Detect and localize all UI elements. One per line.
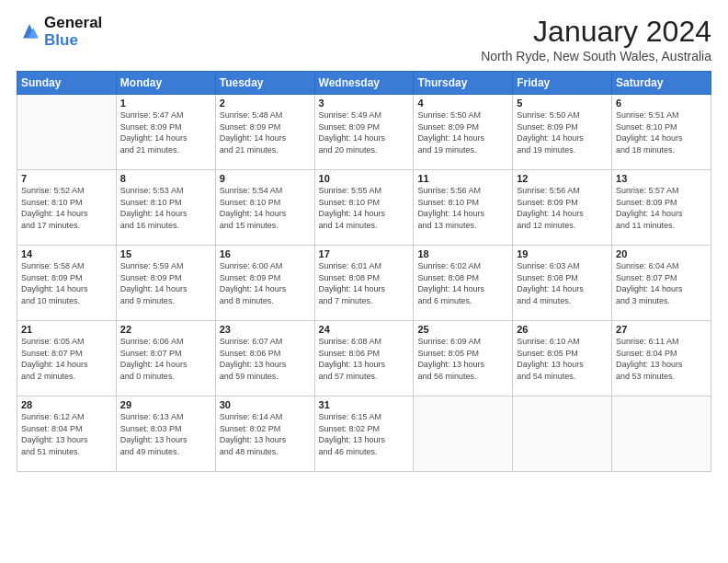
day-number: 13 — [616, 173, 707, 184]
day-number: 9 — [220, 173, 311, 184]
day-info: Sunrise: 6:04 AM Sunset: 8:07 PM Dayligh… — [616, 260, 707, 306]
day-info: Sunrise: 5:54 AM Sunset: 8:10 PM Dayligh… — [220, 185, 311, 231]
day-cell: 17Sunrise: 6:01 AM Sunset: 8:08 PM Dayli… — [314, 246, 414, 321]
day-cell: 30Sunrise: 6:14 AM Sunset: 8:02 PM Dayli… — [215, 396, 314, 472]
location: North Ryde, New South Wales, Australia — [481, 49, 711, 63]
day-number: 23 — [220, 324, 311, 335]
day-cell: 2Sunrise: 5:48 AM Sunset: 8:09 PM Daylig… — [215, 95, 314, 170]
day-info: Sunrise: 5:56 AM Sunset: 8:10 PM Dayligh… — [417, 185, 508, 231]
day-cell: 3Sunrise: 5:49 AM Sunset: 8:09 PM Daylig… — [314, 95, 414, 170]
day-cell: 26Sunrise: 6:10 AM Sunset: 8:05 PM Dayli… — [513, 321, 612, 396]
week-row-5: 28Sunrise: 6:12 AM Sunset: 8:04 PM Dayli… — [17, 396, 711, 472]
calendar-table: SundayMondayTuesdayWednesdayThursdayFrid… — [17, 71, 711, 472]
day-info: Sunrise: 6:10 AM Sunset: 8:05 PM Dayligh… — [517, 336, 608, 382]
day-cell — [612, 396, 711, 472]
header-cell-saturday: Saturday — [612, 72, 711, 95]
day-cell: 7Sunrise: 5:52 AM Sunset: 8:10 PM Daylig… — [17, 170, 117, 246]
day-cell: 20Sunrise: 6:04 AM Sunset: 8:07 PM Dayli… — [612, 246, 711, 321]
day-number: 10 — [319, 173, 410, 184]
day-cell: 19Sunrise: 6:03 AM Sunset: 8:08 PM Dayli… — [513, 246, 612, 321]
day-info: Sunrise: 5:58 AM Sunset: 8:09 PM Dayligh… — [21, 260, 112, 306]
day-cell: 22Sunrise: 6:06 AM Sunset: 8:07 PM Dayli… — [116, 321, 215, 396]
header-row: SundayMondayTuesdayWednesdayThursdayFrid… — [17, 72, 711, 95]
day-info: Sunrise: 6:12 AM Sunset: 8:04 PM Dayligh… — [21, 411, 112, 457]
header-cell-thursday: Thursday — [414, 72, 513, 95]
day-number: 8 — [120, 173, 211, 184]
day-cell: 21Sunrise: 6:05 AM Sunset: 8:07 PM Dayli… — [17, 321, 117, 396]
day-cell: 31Sunrise: 6:15 AM Sunset: 8:02 PM Dayli… — [314, 396, 414, 472]
day-number: 2 — [220, 98, 311, 109]
logo-blue: Blue — [44, 32, 102, 50]
day-number: 24 — [319, 324, 410, 335]
day-cell: 23Sunrise: 6:07 AM Sunset: 8:06 PM Dayli… — [215, 321, 314, 396]
day-cell: 6Sunrise: 5:51 AM Sunset: 8:10 PM Daylig… — [612, 95, 711, 170]
header-cell-monday: Monday — [116, 72, 215, 95]
logo-icon — [17, 17, 42, 43]
day-info: Sunrise: 6:02 AM Sunset: 8:08 PM Dayligh… — [417, 260, 508, 306]
day-info: Sunrise: 5:47 AM Sunset: 8:09 PM Dayligh… — [120, 109, 211, 155]
week-row-1: 1Sunrise: 5:47 AM Sunset: 8:09 PM Daylig… — [17, 95, 711, 170]
logo: General Blue — [17, 15, 102, 49]
day-number: 17 — [319, 248, 410, 259]
day-number: 14 — [21, 248, 112, 259]
day-number: 19 — [517, 248, 608, 259]
day-number: 18 — [417, 248, 508, 259]
day-cell: 4Sunrise: 5:50 AM Sunset: 8:09 PM Daylig… — [414, 95, 513, 170]
header: General Blue January 2024 North Ryde, Ne… — [17, 15, 711, 63]
page: General Blue January 2024 North Ryde, Ne… — [0, 0, 728, 563]
day-cell: 12Sunrise: 5:56 AM Sunset: 8:09 PM Dayli… — [513, 170, 612, 246]
day-info: Sunrise: 5:52 AM Sunset: 8:10 PM Dayligh… — [21, 185, 112, 231]
day-cell: 5Sunrise: 5:50 AM Sunset: 8:09 PM Daylig… — [513, 95, 612, 170]
day-info: Sunrise: 5:49 AM Sunset: 8:09 PM Dayligh… — [319, 109, 410, 155]
day-number: 25 — [417, 324, 508, 335]
day-info: Sunrise: 6:05 AM Sunset: 8:07 PM Dayligh… — [21, 336, 112, 382]
header-cell-sunday: Sunday — [17, 72, 117, 95]
day-number: 6 — [616, 98, 707, 109]
title-block: January 2024 North Ryde, New South Wales… — [481, 15, 711, 63]
day-number: 11 — [417, 173, 508, 184]
day-info: Sunrise: 6:06 AM Sunset: 8:07 PM Dayligh… — [120, 336, 211, 382]
day-cell: 8Sunrise: 5:53 AM Sunset: 8:10 PM Daylig… — [116, 170, 215, 246]
day-info: Sunrise: 6:08 AM Sunset: 8:06 PM Dayligh… — [319, 336, 410, 382]
day-cell: 9Sunrise: 5:54 AM Sunset: 8:10 PM Daylig… — [215, 170, 314, 246]
logo-general: General — [44, 15, 102, 32]
week-row-2: 7Sunrise: 5:52 AM Sunset: 8:10 PM Daylig… — [17, 170, 711, 246]
day-info: Sunrise: 6:01 AM Sunset: 8:08 PM Dayligh… — [319, 260, 410, 306]
day-info: Sunrise: 5:57 AM Sunset: 8:09 PM Dayligh… — [616, 185, 707, 231]
day-info: Sunrise: 5:51 AM Sunset: 8:10 PM Dayligh… — [616, 109, 707, 155]
day-info: Sunrise: 5:55 AM Sunset: 8:10 PM Dayligh… — [319, 185, 410, 231]
day-info: Sunrise: 5:50 AM Sunset: 8:09 PM Dayligh… — [517, 109, 608, 155]
day-cell — [17, 95, 117, 170]
header-cell-tuesday: Tuesday — [215, 72, 314, 95]
day-info: Sunrise: 6:09 AM Sunset: 8:05 PM Dayligh… — [417, 336, 508, 382]
day-info: Sunrise: 6:00 AM Sunset: 8:09 PM Dayligh… — [220, 260, 311, 306]
day-number: 20 — [616, 248, 707, 259]
day-number: 22 — [120, 324, 211, 335]
day-info: Sunrise: 6:15 AM Sunset: 8:02 PM Dayligh… — [319, 411, 410, 457]
day-info: Sunrise: 5:53 AM Sunset: 8:10 PM Dayligh… — [120, 185, 211, 231]
header-cell-wednesday: Wednesday — [314, 72, 414, 95]
day-cell: 16Sunrise: 6:00 AM Sunset: 8:09 PM Dayli… — [215, 246, 314, 321]
header-cell-friday: Friday — [513, 72, 612, 95]
week-row-4: 21Sunrise: 6:05 AM Sunset: 8:07 PM Dayli… — [17, 321, 711, 396]
month-title: January 2024 — [481, 15, 711, 49]
day-number: 26 — [517, 324, 608, 335]
day-number: 31 — [319, 399, 410, 410]
week-row-3: 14Sunrise: 5:58 AM Sunset: 8:09 PM Dayli… — [17, 246, 711, 321]
day-cell: 15Sunrise: 5:59 AM Sunset: 8:09 PM Dayli… — [116, 246, 215, 321]
calendar-header: SundayMondayTuesdayWednesdayThursdayFrid… — [17, 72, 711, 95]
day-info: Sunrise: 5:56 AM Sunset: 8:09 PM Dayligh… — [517, 185, 608, 231]
day-number: 5 — [517, 98, 608, 109]
day-info: Sunrise: 5:50 AM Sunset: 8:09 PM Dayligh… — [417, 109, 508, 155]
day-info: Sunrise: 5:48 AM Sunset: 8:09 PM Dayligh… — [220, 109, 311, 155]
calendar-body: 1Sunrise: 5:47 AM Sunset: 8:09 PM Daylig… — [17, 95, 711, 472]
day-cell: 11Sunrise: 5:56 AM Sunset: 8:10 PM Dayli… — [414, 170, 513, 246]
day-cell: 1Sunrise: 5:47 AM Sunset: 8:09 PM Daylig… — [116, 95, 215, 170]
day-number: 16 — [220, 248, 311, 259]
day-info: Sunrise: 6:03 AM Sunset: 8:08 PM Dayligh… — [517, 260, 608, 306]
day-cell: 13Sunrise: 5:57 AM Sunset: 8:09 PM Dayli… — [612, 170, 711, 246]
day-cell: 14Sunrise: 5:58 AM Sunset: 8:09 PM Dayli… — [17, 246, 117, 321]
day-cell: 25Sunrise: 6:09 AM Sunset: 8:05 PM Dayli… — [414, 321, 513, 396]
day-number: 4 — [417, 98, 508, 109]
day-cell: 27Sunrise: 6:11 AM Sunset: 8:04 PM Dayli… — [612, 321, 711, 396]
